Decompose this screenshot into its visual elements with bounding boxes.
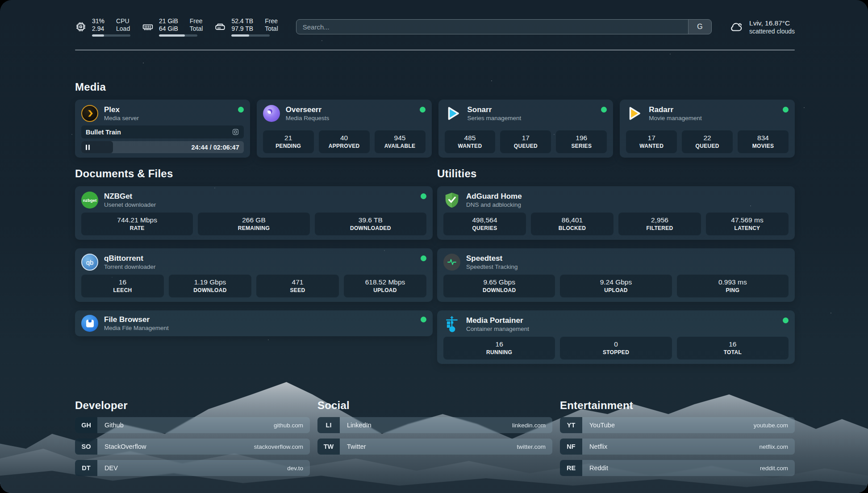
nzbget-icon: nzbget bbox=[81, 192, 98, 209]
stat-box: 17 QUEUED bbox=[500, 130, 551, 153]
dashboard: 31% 2.94 CPU Load bbox=[0, 0, 868, 493]
bookmark-name: Reddit bbox=[582, 460, 608, 476]
app-card-qbittorrent[interactable]: qb qBittorrent Torrent downloader 16 LEE… bbox=[75, 248, 433, 302]
weather-location: Lviv, 16.87°C bbox=[749, 19, 795, 28]
stat-box: 9.65 Gbps DOWNLOAD bbox=[443, 275, 555, 297]
app-card-adguard[interactable]: AdGuard Home DNS and adblocking 498,564 … bbox=[437, 186, 795, 240]
system-stats: 31% 2.94 CPU Load bbox=[75, 17, 278, 37]
stat-box: 16 LEECH bbox=[81, 275, 164, 297]
memory-values: 21 GiB 64 GiB bbox=[159, 17, 178, 33]
storage-icon bbox=[214, 21, 226, 33]
bookmark-name: StackOverflow bbox=[97, 439, 146, 455]
app-description: Media Requests bbox=[286, 114, 414, 122]
memory-icon bbox=[142, 21, 154, 33]
bookmark-url: youtube.com bbox=[754, 417, 795, 433]
plex-progress-bar[interactable]: 24:44 / 02:06:47 bbox=[81, 141, 244, 153]
app-description: Movie management bbox=[649, 114, 777, 122]
bookmark-url: netflix.com bbox=[759, 439, 795, 455]
stat-box: 196 SERIES bbox=[556, 130, 607, 153]
bookmark-url: stackoverflow.com bbox=[254, 439, 310, 455]
bookmark-url: twitter.com bbox=[517, 439, 552, 455]
storage-labels: Free Total bbox=[265, 17, 278, 33]
bookmark-name: LinkedIn bbox=[340, 417, 371, 433]
stat-box: 744.21 Mbps RATE bbox=[81, 213, 193, 235]
bookmark-abbr: NF bbox=[560, 439, 582, 455]
bookmark-abbr: YT bbox=[560, 417, 582, 433]
app-name: AdGuard Home bbox=[466, 192, 789, 201]
section-title-developer: Developer bbox=[75, 399, 310, 412]
utilities-column: Utilities AdGuard Home DNS and adblockin… bbox=[437, 158, 795, 372]
search-input[interactable] bbox=[296, 20, 688, 34]
storage-free: 52.4 TB bbox=[231, 17, 253, 25]
bookmark-dev[interactable]: DT DEV dev.to bbox=[75, 460, 310, 476]
stat-box: 16 RUNNING bbox=[443, 337, 555, 359]
stat-box: 86,401 BLOCKED bbox=[531, 213, 613, 235]
status-online-dot bbox=[421, 255, 426, 261]
app-description: DNS and adblocking bbox=[466, 201, 789, 209]
memory-progress-bar bbox=[159, 34, 197, 37]
app-description: Usenet downloader bbox=[104, 201, 415, 209]
search-engine-button[interactable]: G bbox=[688, 20, 711, 34]
app-card-filebrowser[interactable]: File Browser Media File Management bbox=[75, 310, 433, 336]
app-description: Speedtest Tracking bbox=[466, 263, 789, 271]
storage-total: 97.9 TB bbox=[231, 25, 253, 33]
app-card-radarr[interactable]: Radarr Movie management 17 WANTED 22 QUE… bbox=[620, 100, 795, 158]
stat-box: 40 APPROVED bbox=[319, 130, 370, 153]
memory-stat: 21 GiB 64 GiB Free Total bbox=[142, 17, 203, 37]
bookmark-abbr: DT bbox=[75, 460, 97, 476]
header: 31% 2.94 CPU Load bbox=[75, 15, 795, 38]
section-title-documents: Documents & Files bbox=[75, 167, 433, 180]
app-card-plex[interactable]: Plex Media server Bullet Train 24:44 / 0… bbox=[75, 100, 250, 158]
status-online-dot bbox=[421, 317, 426, 322]
bookmark-name: Netflix bbox=[582, 439, 607, 455]
bookmark-abbr: TW bbox=[317, 439, 340, 455]
overseerr-icon bbox=[263, 105, 280, 122]
cpu-progress-bar bbox=[92, 34, 130, 37]
stat-box: 834 MOVIES bbox=[738, 130, 789, 153]
portainer-icon bbox=[443, 316, 460, 333]
bookmark-section-social: Social LI LinkedIn linkedin.com TW Twitt… bbox=[317, 399, 552, 481]
status-online-dot bbox=[421, 193, 426, 199]
bookmark-abbr: SO bbox=[75, 439, 97, 455]
stat-box: 22 QUEUED bbox=[682, 130, 733, 153]
sonarr-icon bbox=[445, 105, 462, 122]
now-playing-title: Bullet Train bbox=[86, 129, 228, 136]
app-name: Media Portainer bbox=[466, 316, 777, 325]
search-bar: G bbox=[296, 19, 712, 34]
bookmark-reddit[interactable]: RE Reddit reddit.com bbox=[560, 460, 795, 476]
plex-now-playing: Bullet Train bbox=[81, 125, 244, 138]
app-card-sonarr[interactable]: Sonarr Series management 485 WANTED 17 Q… bbox=[438, 100, 613, 158]
app-card-portainer[interactable]: Media Portainer Container management 16 … bbox=[437, 310, 795, 364]
status-online-dot bbox=[783, 318, 789, 323]
bookmark-github[interactable]: GH Github github.com bbox=[75, 417, 310, 433]
app-card-overseerr[interactable]: Overseerr Media Requests 21 PENDING 40 A… bbox=[257, 100, 432, 158]
stat-box: 47.569 ms LATENCY bbox=[706, 213, 789, 235]
stat-box: 0 STOPPED bbox=[560, 337, 672, 359]
bookmark-name: Github bbox=[97, 417, 124, 433]
stat-box: 9.24 Gbps UPLOAD bbox=[560, 275, 672, 297]
bookmark-abbr: GH bbox=[75, 417, 97, 433]
bookmark-twitter[interactable]: TW Twitter twitter.com bbox=[317, 439, 552, 455]
status-online-dot bbox=[238, 107, 244, 113]
bookmark-netflix[interactable]: NF Netflix netflix.com bbox=[560, 439, 795, 455]
section-title-social: Social bbox=[317, 399, 552, 412]
app-name: Overseerr bbox=[286, 105, 414, 114]
bookmark-linkedin[interactable]: LI LinkedIn linkedin.com bbox=[317, 417, 552, 433]
app-card-speedtest[interactable]: Speedtest Speedtest Tracking 9.65 Gbps D… bbox=[437, 248, 795, 302]
bookmark-stackoverflow[interactable]: SO StackOverflow stackoverflow.com bbox=[75, 439, 310, 455]
bookmark-youtube[interactable]: YT YouTube youtube.com bbox=[560, 417, 795, 433]
pause-icon[interactable] bbox=[86, 145, 90, 150]
bookmark-url: github.com bbox=[274, 417, 310, 433]
header-divider bbox=[75, 50, 795, 50]
app-name: Plex bbox=[104, 105, 232, 114]
stat-box: 39.6 TB DOWNLOADED bbox=[315, 213, 426, 235]
section-title-entertainment: Entertainment bbox=[560, 399, 795, 412]
qbittorrent-icon: qb bbox=[81, 254, 98, 271]
app-name: Speedtest bbox=[466, 254, 789, 263]
app-description: Container management bbox=[466, 325, 777, 333]
app-card-nzbget[interactable]: nzbget NZBGet Usenet downloader 744.21 M… bbox=[75, 186, 433, 240]
cpu-stat: 31% 2.94 CPU Load bbox=[75, 17, 130, 37]
cloud-icon bbox=[729, 20, 744, 33]
bookmark-abbr: LI bbox=[317, 417, 340, 433]
stat-box: 0.993 ms PING bbox=[677, 275, 789, 297]
